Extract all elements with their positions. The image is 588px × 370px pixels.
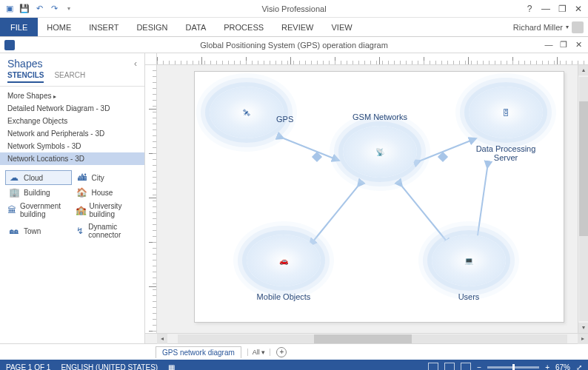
qat-more-icon[interactable]: ▾	[64, 4, 74, 14]
scrollbar-vertical[interactable]: ▴ ▾	[578, 65, 588, 333]
shape-label: Dynamic connector	[88, 223, 137, 239]
tower-icon: 📡	[343, 126, 417, 178]
shape-label: Town	[24, 227, 41, 235]
document-window-controls: — ❐ ✕	[544, 40, 584, 50]
stencil-more-shapes[interactable]: More Shapes	[0, 90, 144, 102]
ribbon-tab-view[interactable]: VIEW	[322, 18, 361, 36]
document-titlebar: Global Positioning System (GPS) operatio…	[0, 37, 588, 53]
diagram-node-gsm[interactable]: GSM Networks 📡	[343, 112, 417, 178]
ribbon-tab-home[interactable]: HOME	[38, 18, 80, 36]
maximize-button[interactable]: ❐	[555, 4, 569, 14]
shape-house[interactable]: 🏠House	[74, 186, 139, 199]
ribbon-tab-design[interactable]: DESIGN	[127, 18, 176, 36]
document-icon	[4, 40, 15, 50]
work-area: Shapes ‹ STENCILS SEARCH More Shapes Det…	[0, 53, 588, 343]
help-button[interactable]: ?	[523, 4, 536, 14]
ribbon-tab-insert[interactable]: INSERT	[80, 18, 127, 36]
scroll-thumb[interactable]	[314, 334, 412, 343]
page-tab[interactable]: GPS network diagram	[156, 346, 241, 358]
macro-icon[interactable]: ▦	[168, 363, 175, 371]
stencil-item-selected[interactable]: Network Locations - 3D	[0, 152, 144, 165]
status-language[interactable]: ENGLISH (UNITED STATES)	[61, 363, 158, 371]
stencil-item[interactable]: Network and Peripherals - 3D	[0, 127, 144, 140]
diagram-node-users[interactable]: 💻 Users	[432, 235, 506, 301]
add-page-button[interactable]: +	[276, 347, 287, 357]
building-icon: 🏢	[7, 187, 21, 198]
ribbon-tab-file[interactable]: FILE	[0, 18, 38, 36]
scroll-right-button[interactable]: ▸	[578, 334, 588, 344]
view-mode-icon[interactable]	[444, 363, 455, 370]
page-tab-all[interactable]: All ▾	[247, 349, 271, 356]
stencil-item[interactable]: Detailed Network Diagram - 3D	[0, 102, 144, 115]
minimize-button[interactable]: —	[539, 4, 552, 14]
app-title: Visio Professional	[261, 4, 326, 13]
ribbon-tab-data[interactable]: DATA	[177, 18, 216, 36]
shapes-pane: Shapes ‹ STENCILS SEARCH More Shapes Det…	[0, 53, 145, 343]
gov-icon: 🏛	[7, 205, 17, 215]
ribbon: FILE HOME INSERT DESIGN DATA PROCESS REV…	[0, 18, 588, 37]
shape-cloud[interactable]: ☁Cloud	[6, 171, 71, 184]
connector-diamond[interactable]	[312, 152, 322, 162]
shape-connector[interactable]: ↯Dynamic connector	[74, 221, 139, 240]
doc-maximize-button[interactable]: ❐	[558, 40, 569, 50]
ruler-horizontal[interactable]	[157, 53, 588, 65]
canvas-area: 🛰 GPS GSM Networks 📡 🗄 Data Processing S…	[145, 53, 588, 343]
save-icon[interactable]: 💾	[19, 4, 30, 14]
diagram-node-server[interactable]: 🗄 Data Processing Server	[469, 87, 547, 162]
shape-city[interactable]: 🏙City	[74, 171, 139, 184]
shape-building[interactable]: 🏢Building	[6, 186, 71, 199]
server-icon: 🗄	[469, 87, 543, 138]
user-account[interactable]: Richard Miller ▾	[513, 18, 584, 36]
fit-to-window-button[interactable]: ⤢	[576, 363, 582, 371]
subtab-search[interactable]: SEARCH	[54, 71, 85, 83]
ribbon-tab-process[interactable]: PROCESS	[215, 18, 273, 36]
shapes-collapse-button[interactable]: ‹	[134, 58, 137, 69]
stencil-item[interactable]: Exchange Objects	[0, 115, 144, 127]
zoom-out-button[interactable]: −	[477, 363, 481, 371]
diagram-node-mobile[interactable]: 🚗 Mobile Objects	[247, 235, 321, 301]
status-page[interactable]: PAGE 1 OF 1	[6, 363, 50, 371]
scroll-down-button[interactable]: ▾	[578, 323, 588, 333]
shape-town[interactable]: 🏘Town	[6, 221, 71, 240]
town-icon: 🏘	[7, 226, 21, 236]
cloud-icon: ☁	[7, 172, 21, 183]
user-name: Richard Miller	[513, 23, 563, 32]
undo-icon[interactable]: ↶	[34, 4, 44, 14]
zoom-in-button[interactable]: +	[545, 363, 549, 371]
drawing-page[interactable]: 🛰 GPS GSM Networks 📡 🗄 Data Processing S…	[194, 71, 564, 323]
node-label: GSM Networks	[343, 112, 417, 121]
visio-logo-icon: ▣	[4, 4, 15, 14]
scroll-up-button[interactable]: ▴	[578, 65, 588, 75]
stencil-list: More Shapes Detailed Network Diagram - 3…	[0, 87, 144, 168]
drawing-canvas[interactable]: 🛰 GPS GSM Networks 📡 🗄 Data Processing S…	[157, 65, 578, 333]
ribbon-tab-review[interactable]: REVIEW	[273, 18, 322, 36]
quick-access-toolbar: ▣ 💾 ↶ ↷ ▾	[0, 4, 74, 14]
stencil-item[interactable]: Network Symbols - 3D	[0, 140, 144, 152]
scroll-left-button[interactable]: ◂	[157, 334, 167, 344]
close-button[interactable]: ✕	[572, 4, 585, 14]
connector-icon: ↯	[76, 226, 86, 236]
scroll-thumb[interactable]	[579, 101, 588, 236]
doc-minimize-button[interactable]: —	[544, 40, 554, 50]
ruler-vertical[interactable]	[145, 65, 157, 333]
view-mode-icon[interactable]	[428, 363, 438, 370]
redo-icon[interactable]: ↷	[49, 4, 59, 14]
zoom-level[interactable]: 67%	[555, 363, 570, 371]
document-title: Global Positioning System (GPS) operatio…	[200, 41, 388, 50]
shapes-heading: Shapes	[7, 58, 42, 70]
subtab-stencils[interactable]: STENCILS	[7, 71, 44, 83]
view-mode-icon[interactable]	[461, 363, 471, 370]
ruler-corner	[145, 53, 157, 65]
scrollbar-horizontal[interactable]: ◂ ▸	[145, 333, 588, 343]
diagram-node-gps[interactable]: 🛰 GPS	[210, 87, 284, 138]
shape-university[interactable]: 🏫University building	[74, 201, 139, 220]
shapes-grid: ☁Cloud 🏙City 🏢Building 🏠House 🏛Governmen…	[0, 168, 144, 243]
user-avatar-icon	[572, 21, 584, 33]
shapes-header: Shapes ‹	[0, 53, 144, 71]
status-bar: PAGE 1 OF 1 ENGLISH (UNITED STATES) ▦ − …	[0, 360, 588, 370]
zoom-slider[interactable]	[487, 366, 539, 369]
doc-close-button[interactable]: ✕	[573, 40, 584, 50]
laptop-icon: 💻	[432, 235, 506, 286]
connector-diamond[interactable]	[438, 152, 448, 162]
shape-government[interactable]: 🏛Government building	[6, 201, 71, 220]
